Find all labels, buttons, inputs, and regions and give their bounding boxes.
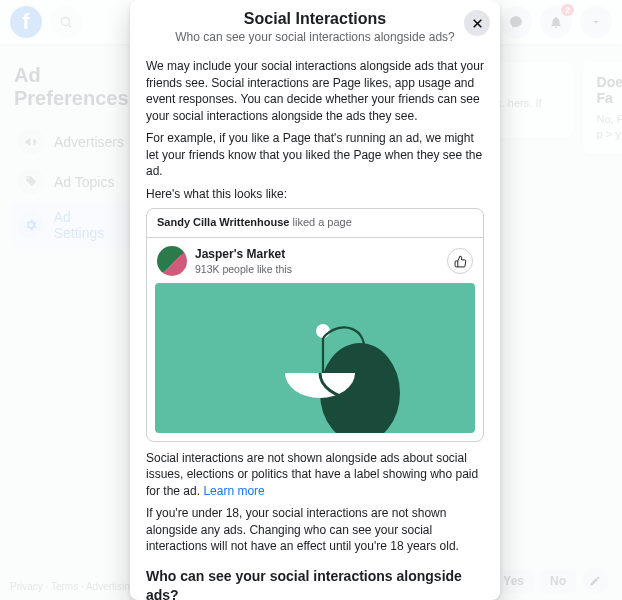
modal-paragraph: We may include your social interactions … [146,58,484,124]
options-heading: Who can see your social interactions alo… [146,567,484,600]
close-button[interactable] [464,10,490,36]
page-avatar [157,246,187,276]
thumbs-up-icon [454,255,467,268]
modal-paragraph: For example, if you like a Page that's r… [146,130,484,180]
modal-paragraph: If you're under 18, your social interact… [146,505,484,555]
modal-title: Social Interactions [144,10,486,28]
page-name: Jasper's Market [195,246,292,263]
like-button[interactable] [447,248,473,274]
ad-preview-card: Sandy Cilla Writtenhouse liked a page Ja… [146,208,484,441]
modal-paragraph: Social interactions are not shown alongs… [146,450,484,500]
svg-rect-6 [155,283,475,433]
preview-social-context: Sandy Cilla Writtenhouse liked a page [147,209,483,237]
learn-more-link[interactable]: Learn more [203,484,264,498]
close-icon [471,17,484,30]
svg-point-8 [316,324,330,338]
modal-subtitle: Who can see your social interactions alo… [144,30,486,44]
modal-paragraph: Here's what this looks like: [146,186,484,203]
preview-image [155,283,475,433]
social-interactions-modal: Social Interactions Who can see your soc… [130,0,500,600]
page-likes: 913K people like this [195,262,292,276]
